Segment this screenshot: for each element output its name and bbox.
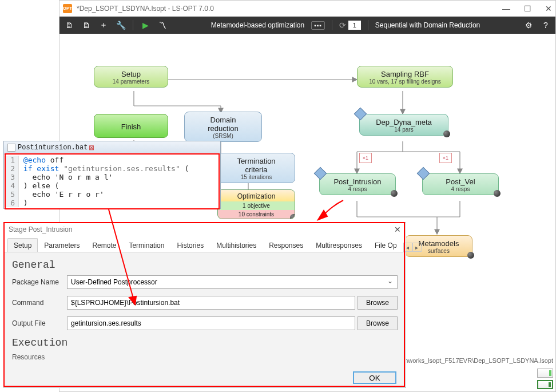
stage-tabs: Setup Parameters Remote Termination Hist… bbox=[4, 236, 406, 252]
node-term-sub: 15 iterations bbox=[228, 174, 284, 180]
node-meta-led bbox=[467, 252, 474, 259]
node-opt-objective: 1 objective bbox=[218, 201, 295, 210]
stage-body: General Package Name User-Defined Postpr… bbox=[4, 252, 406, 367]
no-proc-indicator: ▪▪▪ bbox=[311, 21, 325, 30]
node-optimization[interactable]: Optimization 1 objective 10 constraints bbox=[217, 189, 295, 219]
node-finish-title: Finish bbox=[121, 122, 141, 131]
tab-close-icon[interactable]: ⊠ bbox=[89, 144, 94, 152]
window-maximize-icon[interactable]: ☐ bbox=[524, 4, 531, 13]
node-termination[interactable]: Termination criteria 15 iterations bbox=[217, 153, 295, 183]
node-post-intr-title: Post_Intrusion bbox=[330, 177, 385, 186]
wrench-icon[interactable]: 🔧 bbox=[116, 20, 126, 30]
batch-filename: Postintursion.bat bbox=[18, 144, 88, 152]
node-setup-title: Setup bbox=[105, 70, 157, 78]
svg-marker-12 bbox=[355, 169, 359, 173]
help-icon[interactable]: ? bbox=[541, 20, 551, 30]
svg-marker-13 bbox=[458, 169, 462, 173]
node-setup-sub: 14 parameters bbox=[105, 78, 157, 85]
node-post-intrusion[interactable]: Post_Intrusion 4 resps bbox=[319, 173, 396, 195]
node-opt-led bbox=[290, 214, 295, 219]
thumb-2[interactable] bbox=[537, 380, 553, 389]
add-icon[interactable]: ＋ bbox=[98, 20, 109, 30]
title-bar: OPT *Dep_LSOPT_LSDYNA.lsopt - LS-OPT 7.0… bbox=[59, 1, 555, 17]
retries-input[interactable] bbox=[348, 21, 361, 30]
node-post-vel-led bbox=[494, 190, 501, 197]
node-opt-title: Optimization bbox=[218, 190, 295, 201]
node-domain-reduction[interactable]: Domain reduction (SRSM) bbox=[184, 112, 262, 142]
batch-file-tab[interactable]: Postintursion.bat ⊠ bbox=[4, 141, 220, 154]
node-finish[interactable]: Finish bbox=[94, 114, 168, 138]
node-post-vel-title: Post_Vel bbox=[433, 177, 488, 186]
node-domred-title: Domain reduction bbox=[195, 116, 251, 133]
window-close-icon[interactable]: ✕ bbox=[545, 4, 552, 13]
svg-marker-7 bbox=[400, 109, 405, 114]
page-icon bbox=[7, 144, 15, 152]
stage-close-icon[interactable]: ✕ bbox=[394, 225, 401, 234]
thumb-1[interactable] bbox=[537, 369, 553, 378]
resources-label: Resources bbox=[12, 353, 398, 361]
section-execution: Execution bbox=[12, 337, 398, 349]
tab-multihistories[interactable]: Multihistories bbox=[210, 238, 263, 252]
node-sampling-title: Sampling RBF bbox=[368, 70, 442, 78]
tab-termination[interactable]: Termination bbox=[122, 238, 170, 252]
stage-title: Stage Post_Intrusion bbox=[9, 225, 72, 233]
batch-file-body: 1 @echo off 2 if exist "getintursion.ses… bbox=[4, 154, 220, 208]
out-input[interactable] bbox=[67, 316, 355, 330]
svg-marker-19 bbox=[435, 229, 439, 234]
batch-file-popup: Postintursion.bat ⊠ 1 @echo off 2 if exi… bbox=[3, 141, 221, 209]
svg-marker-1 bbox=[352, 77, 357, 82]
tab-parameters[interactable]: Parameters bbox=[38, 238, 86, 252]
cmd-label: Command bbox=[12, 299, 65, 307]
node-sampling-sub: 10 vars, 17 sp filling designs bbox=[368, 78, 442, 85]
tab-setup[interactable]: Setup bbox=[7, 238, 38, 252]
ok-button[interactable]: OK bbox=[353, 371, 396, 384]
window-title: *Dep_LSOPT_LSDYNA.lsopt - LS-OPT 7.0.0 bbox=[77, 5, 214, 13]
node-post-vel[interactable]: Post_Vel 4 resps bbox=[422, 173, 499, 195]
loop-icon: ⟳ bbox=[339, 21, 346, 30]
tabs-scroll-right-icon[interactable]: ▸ bbox=[412, 243, 422, 252]
retries-control[interactable]: ⟳ bbox=[339, 21, 361, 30]
cmd-input[interactable] bbox=[67, 296, 355, 310]
node-post-intr-sub: 4 resps bbox=[330, 186, 385, 192]
stage-dialog: Stage Post_Intrusion ✕ Setup Parameters … bbox=[3, 222, 406, 388]
main-toolbar: 🗎 🗎 ＋ 🔧 ▶ 〽 Metamodel-based optimization… bbox=[59, 17, 555, 34]
node-dep-meta-led bbox=[443, 130, 450, 137]
tab-histories[interactable]: Histories bbox=[170, 238, 210, 252]
node-dep-meta-title: Dep_Dyna_meta bbox=[370, 118, 438, 126]
side-thumbnails[interactable] bbox=[537, 369, 553, 389]
node-term-title: Termination criteria bbox=[228, 157, 284, 174]
pkg-select[interactable]: User-Defined Postprocessor bbox=[67, 275, 398, 289]
gear-icon[interactable]: ⚙ bbox=[523, 20, 534, 30]
new-file-icon[interactable]: 🗎 bbox=[64, 20, 74, 30]
chart-line-icon[interactable]: 〽 bbox=[157, 20, 168, 30]
domain-red-label[interactable]: Sequential with Domain Reduction bbox=[375, 21, 480, 29]
node-setup[interactable]: Setup 14 parameters bbox=[94, 66, 168, 88]
node-domred-sub: (SRSM) bbox=[195, 133, 251, 139]
node-opt-constraints: 10 constraints bbox=[218, 210, 295, 219]
section-general: General bbox=[12, 259, 398, 271]
pkg-label: Package Name bbox=[12, 278, 65, 286]
cmd-browse-button[interactable]: Browse bbox=[358, 296, 398, 310]
node-post-intr-led bbox=[391, 190, 398, 197]
run-icon[interactable]: ▶ bbox=[140, 20, 150, 30]
tabs-scroll-left-icon[interactable]: ◂ bbox=[403, 243, 412, 252]
app-logo: OPT bbox=[63, 4, 72, 13]
node-sampling[interactable]: Sampling RBF 10 vars, 17 sp filling desi… bbox=[357, 66, 453, 88]
stage-titlebar: Stage Post_Intrusion ✕ bbox=[4, 223, 406, 236]
doc-link-icon: ×1 bbox=[439, 153, 452, 163]
status-path: feshworks_lsopt_F517EVR\Dep_LSOPT_LSDYNA… bbox=[396, 357, 553, 364]
node-post-vel-sub: 4 resps bbox=[433, 186, 488, 192]
tab-responses[interactable]: Responses bbox=[263, 238, 309, 252]
node-dep-meta-sub: 14 pars bbox=[370, 126, 438, 133]
mode-label[interactable]: Metamodel-based optimization bbox=[211, 21, 304, 29]
tab-file-op[interactable]: File Op bbox=[368, 238, 403, 252]
window-minimize-icon[interactable]: — bbox=[502, 4, 510, 13]
out-browse-button[interactable]: Browse bbox=[358, 316, 398, 330]
out-label: Output File bbox=[12, 319, 65, 327]
tab-multiresponses[interactable]: Multiresponses bbox=[309, 238, 368, 252]
doc-link-icon: ×1 bbox=[359, 153, 372, 163]
save-file-icon[interactable]: 🗎 bbox=[81, 20, 92, 30]
tab-remote[interactable]: Remote bbox=[86, 238, 122, 252]
node-dep-dyna-meta[interactable]: Dep_Dyna_meta 14 pars bbox=[359, 114, 448, 136]
